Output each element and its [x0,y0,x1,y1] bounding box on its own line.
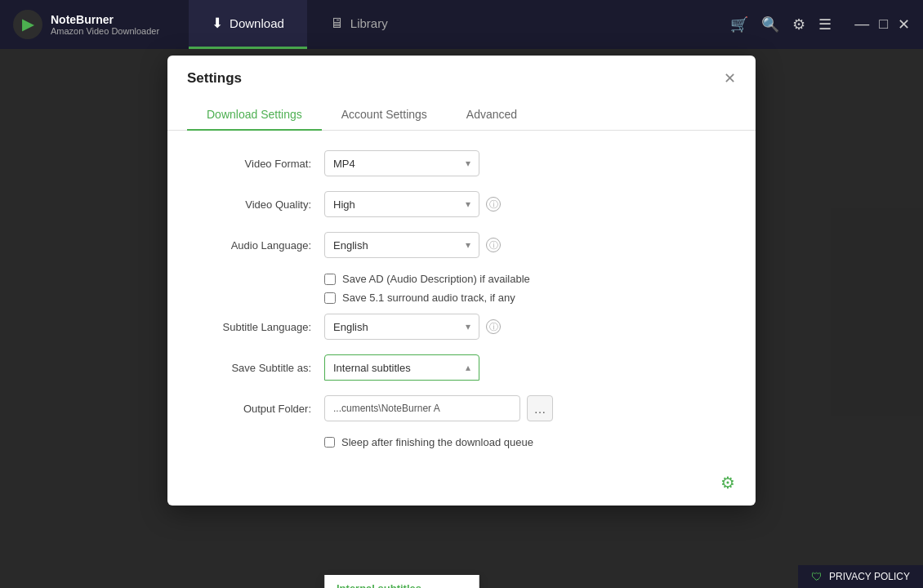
subtitle-dropdown: Internal subtitles External subtitles Ha… [324,575,479,588]
privacy-label[interactable]: PRIVACY POLICY [829,571,910,582]
subtitle-language-row: Subtitle Language: English ▾ ⓘ [194,314,729,340]
save-subtitle-label: Save Subtitle as: [194,362,324,374]
save-ad-label: Save AD (Audio Description) if available [342,273,530,285]
dialog-footer: ⚙ [167,465,756,506]
maximize-button[interactable]: □ [879,16,888,33]
chevron-down-icon: ▾ [466,239,470,251]
minimize-button[interactable]: — [854,16,869,33]
save-ad-row: Save AD (Audio Description) if available [324,273,729,285]
video-quality-select[interactable]: High ▾ [324,191,479,217]
chevron-down-icon: ▾ [466,198,470,210]
close-button[interactable]: ✕ [724,71,736,86]
audio-language-row: Audio Language: English ▾ ⓘ [194,232,729,258]
app-subtitle: Amazon Video Downloader [51,26,159,36]
output-folder-input[interactable]: ...cuments\NoteBurner A [324,395,520,421]
dialog-content: Video Format: MP4 ▾ Video Quality: High … [167,131,756,465]
save-51-checkbox[interactable] [324,292,336,304]
nav-tab-download[interactable]: ⬇ Download [189,0,307,49]
output-folder-label: Output Folder: [194,403,324,415]
audio-language-info-icon[interactable]: ⓘ [486,238,501,252]
audio-language-select[interactable]: English ▾ [324,232,479,258]
win-controls: — □ ✕ [854,16,910,33]
close-window-button[interactable]: ✕ [898,16,910,33]
titlebar-actions: 🛒 🔍 ⚙ ☰ — □ ✕ [730,16,923,33]
tab-advanced[interactable]: Advanced [447,100,537,131]
output-folder-row: Output Folder: ...cuments\NoteBurner A … [194,395,729,421]
download-icon: ⬇ [212,15,223,32]
dialog-header: Settings ✕ [167,56,756,87]
privacy-bar: 🛡 PRIVACY POLICY [798,565,923,588]
footer-gear-button[interactable]: ⚙ [716,471,739,494]
chevron-down-icon: ▾ [466,321,470,332]
settings-icon[interactable]: ⚙ [792,16,805,33]
save-subtitle-row: Save Subtitle as: Internal subtitles ▴ I… [194,354,729,381]
video-quality-info-icon[interactable]: ⓘ [486,197,501,212]
save-51-row: Save 5.1 surround audio track, if any [324,292,729,304]
tab-account-settings[interactable]: Account Settings [322,100,447,131]
video-quality-row: Video Quality: High ▾ ⓘ [194,191,729,217]
app-logo: ▶ NoteBurner Amazon Video Downloader [0,10,172,39]
video-format-select[interactable]: MP4 ▾ [324,150,479,176]
sleep-row: Sleep after finishing the download queue [324,436,729,448]
dialog-title: Settings [187,70,242,87]
video-quality-label: Video Quality: [194,198,324,211]
search-icon[interactable]: 🔍 [761,16,779,33]
subtitle-language-select[interactable]: English ▾ [324,314,479,340]
privacy-icon: 🛡 [811,570,823,583]
save-subtitle-select[interactable]: Internal subtitles ▴ [324,354,479,381]
nav-tab-download-label: Download [230,16,284,30]
video-format-label: Video Format: [194,158,324,170]
menu-icon[interactable]: ☰ [818,16,832,33]
titlebar: ▶ NoteBurner Amazon Video Downloader ⬇ D… [0,0,923,49]
dropdown-item-internal[interactable]: Internal subtitles [325,575,479,588]
settings-dialog: Settings ✕ Download Settings Account Set… [167,56,756,506]
app-name: NoteBurner [51,13,159,26]
titlebar-nav: ⬇ Download 🖥 Library [189,0,411,49]
sleep-checkbox[interactable] [324,437,335,448]
tab-download-settings[interactable]: Download Settings [187,100,322,131]
nav-tab-library-label: Library [350,16,388,30]
chevron-up-icon: ▴ [466,362,470,373]
save-ad-checkbox[interactable] [324,274,336,285]
dialog-overlay: Settings ✕ Download Settings Account Set… [0,49,923,588]
subtitle-language-label: Subtitle Language: [194,321,324,333]
video-format-row: Video Format: MP4 ▾ [194,150,729,176]
sleep-label: Sleep after finishing the download queue [341,436,533,448]
chevron-down-icon: ▾ [466,158,470,169]
library-icon: 🖥 [330,16,344,32]
logo-icon: ▶ [13,10,42,39]
audio-language-label: Audio Language: [194,239,324,252]
subtitle-language-info-icon[interactable]: ⓘ [486,319,501,334]
dialog-tabs: Download Settings Account Settings Advan… [167,100,756,131]
browse-button[interactable]: … [527,395,553,421]
cart-icon[interactable]: 🛒 [730,16,748,33]
save-51-label: Save 5.1 surround audio track, if any [342,292,515,304]
nav-tab-library[interactable]: 🖥 Library [307,0,411,49]
